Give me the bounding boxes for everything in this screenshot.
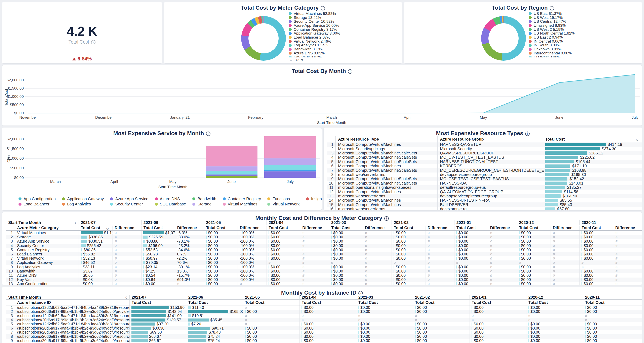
table-row[interactable]: 9Log Analytics$33.11ø$23.14-30.1%$0.00-1… <box>6 265 642 269</box>
bar-segment-security-center[interactable] <box>206 171 258 175</box>
month-group-header[interactable]: 2021-04 <box>300 295 356 300</box>
legend-item[interactable]: App Configuration <box>18 197 56 201</box>
bar-segment-azure-app-service[interactable] <box>206 175 258 176</box>
table-row[interactable]: 5Container Registry$80.36ø$52.53-34.6%$0… <box>6 248 642 252</box>
table-row[interactable]: 6/subscriptions/20d6a917-99fa-4b1b-9b2e-… <box>6 326 642 330</box>
legend-item[interactable]: Security Center 10.82% <box>289 19 397 23</box>
table-row[interactable]: 4/subscriptions/20d6a917-99fa-4b1b-9b2e-… <box>6 318 642 322</box>
region-donut[interactable] <box>481 16 526 61</box>
col-header-difference[interactable]: Difference <box>300 226 329 230</box>
legend-item[interactable]: Azure DNS <box>155 197 186 201</box>
table-row[interactable]: 7/subscriptions/20d6a917-99fa-4b1b-9b2e-… <box>6 330 642 335</box>
sort-chevron-icon[interactable]: ⌄ <box>106 227 110 229</box>
info-icon[interactable]: i <box>320 6 325 10</box>
bar-segment-virtual-machines[interactable] <box>264 136 316 158</box>
table-row[interactable]: 11Azure DNS$0.65ø$0.54-15.7%$0.00-100.0%… <box>6 273 642 278</box>
table-row[interactable]: 4Security Center$256.42ø$196.90-23.2%$0.… <box>6 244 642 248</box>
legend-item[interactable]: Virtual Machines 52.88% <box>289 12 397 16</box>
month-group-header[interactable]: 2021-05 <box>243 295 300 300</box>
col-header-total-cost[interactable]: Total Cost <box>413 300 470 305</box>
col-header-difference[interactable]: Difference <box>238 226 266 230</box>
table-row[interactable]: 5Microsoft.Compute/virtualMachineScaleSe… <box>327 160 642 164</box>
col-header-total-cost[interactable]: Total Cost <box>454 226 488 230</box>
info-icon[interactable]: i <box>348 69 352 74</box>
col-header-total-cost[interactable]: Total Cost <box>392 226 425 230</box>
table-row[interactable]: 13App Configuration$0.00ø$0.00ø$0.00ø$0.… <box>6 282 642 285</box>
legend-item[interactable]: IN South 0.04% <box>529 43 637 47</box>
pager-up-icon[interactable]: ▲ <box>289 58 293 62</box>
table-row[interactable]: 14Microsoft.Compute/virtualMachinesHARNE… <box>327 198 642 202</box>
sort-chevron-icon[interactable]: ⌄ <box>635 138 639 140</box>
legend-item[interactable]: Functions <box>267 197 300 201</box>
total-cost-by-month-chart[interactable]: $0.00$500.00$1,000.00$1,500.00$2,000.00N… <box>2 65 642 125</box>
meter-category-donut[interactable] <box>241 16 286 61</box>
month-group-header[interactable]: 2020-11 <box>583 295 640 300</box>
table-row[interactable]: 7Microsoft.Compute/virtualMachineScaleSe… <box>327 168 642 172</box>
legend-item[interactable]: Virtual Network 2.46% <box>289 39 397 43</box>
col-header-total-cost[interactable]: Total Cost <box>470 300 526 305</box>
table-row[interactable]: 1Microsoft.Compute/virtualMachinesHARNES… <box>327 142 642 147</box>
table-row[interactable]: 2/subscriptions/20d6a917-99fa-4b1b-9b2e-… <box>6 310 642 314</box>
info-icon[interactable]: i <box>525 132 530 136</box>
legend-item[interactable]: Virtual Network <box>267 202 300 206</box>
col-header-difference[interactable]: Difference <box>488 226 517 230</box>
col-header-difference[interactable]: Difference <box>112 226 141 230</box>
col-header-instance-id[interactable]: Azure Instance ID <box>15 300 130 305</box>
table-row[interactable]: 9/subscriptions/20d6a917-99fa-4b1b-9b2e-… <box>6 339 642 343</box>
month-group-header[interactable]: 2020-12 <box>526 295 583 300</box>
legend-item[interactable]: Key Vault 0.02% <box>289 55 397 57</box>
col-header-total-cost[interactable]: Total Cost <box>329 226 363 230</box>
col-header-difference[interactable]: Difference <box>363 226 392 230</box>
table-row[interactable]: 8microsoft.web/serverfarmsdevappservicer… <box>327 173 642 177</box>
legend-item[interactable]: Bandwidth <box>192 197 216 201</box>
table-row[interactable]: 5/subscriptions/12d2db62-5aa9-471d-84bb-… <box>6 322 642 326</box>
legend-item[interactable]: US East 2 0.94% <box>529 35 637 39</box>
bar-segment-security-center[interactable] <box>264 165 316 170</box>
legend-item[interactable]: SQL Database <box>155 202 186 206</box>
month-group-header[interactable]: 2020-12 <box>517 220 579 225</box>
bar-segment-azure-app-service[interactable] <box>264 171 316 178</box>
legend-item[interactable]: Log Analytics <box>62 202 104 206</box>
info-icon[interactable]: i <box>91 40 96 44</box>
col-header-category[interactable]: Azure Meter Category <box>15 226 78 230</box>
col-header-difference[interactable]: Difference <box>550 226 580 230</box>
legend-item[interactable]: Application Gateway 3.00% <box>289 31 397 35</box>
col-header-resource-group[interactable]: Azure Resource Group <box>437 136 544 142</box>
legend-item[interactable]: EU West 0.00% <box>529 55 637 57</box>
bar-segment-container-registry[interactable] <box>264 170 316 171</box>
col-header-total-cost[interactable]: Total Cost⌄ <box>544 136 642 142</box>
month-group-header[interactable]: 2021-01 <box>454 220 517 225</box>
col-header-difference[interactable]: Difference <box>425 226 454 230</box>
col-header-resource-type[interactable]: Azure Resource Type <box>336 137 437 142</box>
col-header-total-cost[interactable]: Total Cost <box>583 300 640 305</box>
col-header-total-cost[interactable]: Total Cost <box>130 300 186 305</box>
pager-down-icon[interactable]: ▼ <box>300 58 304 62</box>
legend-item[interactable]: US West 2 5.18% <box>529 27 637 31</box>
bar-segment-storage[interactable] <box>264 158 316 165</box>
table-row[interactable]: 2Storage$336.85ø$225.59-33.0%$0.00-100.0… <box>6 235 642 239</box>
month-group-header[interactable]: 2021-06 <box>186 295 243 300</box>
table-row[interactable]: 7Virtual Network$52.13ø$50.97-2.2%$0.00-… <box>6 256 642 261</box>
legend-item[interactable]: Azure App Service 10.00% <box>289 23 397 27</box>
legend-item[interactable]: US Central 12.47% <box>529 19 637 23</box>
table-row[interactable]: 1/subscriptions/12d2db62-5aa9-471d-84bb-… <box>6 306 642 310</box>
legend-item[interactable]: Load Balancer 2.67% <box>289 35 397 39</box>
table-row[interactable]: 3Azure App Service$330.51ø$88.80-73.1%$0… <box>6 239 642 243</box>
legend-item[interactable]: Load Balancer <box>18 202 56 206</box>
legend-item[interactable]: Azure App Service <box>110 197 148 201</box>
month-group-header[interactable]: 2021-01 <box>470 295 526 300</box>
table-row[interactable]: 3Microsoft.Compute/virtualMachineScaleSe… <box>327 151 642 155</box>
month-group-header[interactable]: 2021-05 <box>204 220 266 225</box>
service-by-month-chart[interactable]: $0.00$500.00$1,000.00$1,500.00$2,000.00M… <box>2 127 322 197</box>
table-row[interactable]: 8Application Gateway$46.52ø$79.3570.6%$0… <box>6 261 642 265</box>
legend-pager[interactable]: ▲ 1/2 ▼ <box>289 58 304 62</box>
month-group-header[interactable]: 2021-07 <box>78 220 141 225</box>
bar-segment-storage[interactable] <box>206 166 258 171</box>
bar-segment-application-gateway[interactable] <box>206 176 258 178</box>
legend-item[interactable]: Storage 13.42% <box>289 16 397 20</box>
legend-item[interactable]: Unassigned 8.93% <box>529 23 637 27</box>
table-row[interactable]: 12Key Vault$0.08ø$0.64691.0%$0.00-100.0%… <box>6 278 642 282</box>
legend-item[interactable]: Container Registry 3.17% <box>289 27 397 31</box>
legend-item[interactable]: US North Central 1.82% <box>529 31 637 35</box>
table-row[interactable]: 13microsoft.web/serverfarmsdevappservice… <box>327 194 642 198</box>
